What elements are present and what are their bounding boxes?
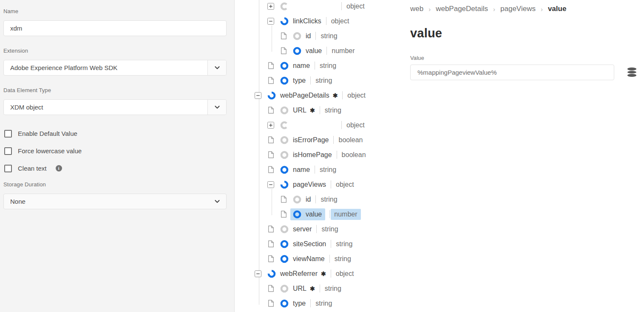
chevron-right-icon: ›: [428, 6, 431, 13]
value-input[interactable]: [410, 65, 614, 80]
data-element-type-select[interactable]: XDM object: [3, 99, 227, 115]
divider: [331, 240, 331, 248]
xdm-schema-tree-panel: objectlinkClicksobjectidstringvaluenumbe…: [235, 0, 410, 312]
field-document-icon: [267, 285, 274, 292]
collapse-icon[interactable]: [267, 181, 274, 188]
field-type: string: [321, 32, 337, 40]
tree-row-webPageDetails[interactable]: webPageDetails✱object: [235, 88, 410, 103]
field-type: object: [331, 17, 349, 25]
tree-row-type[interactable]: typestring: [235, 296, 410, 311]
breadcrumb-link-webPageDetails[interactable]: webPageDetails: [436, 5, 488, 13]
field-type: string: [336, 240, 352, 248]
checkbox-item-force-lowercase-value: Force lowercase value: [4, 146, 234, 155]
divider: [310, 299, 311, 307]
tree-row-isHomePage[interactable]: isHomePageboolean: [235, 147, 410, 162]
storage-duration-selected-value: None: [4, 198, 26, 205]
field-name: pageViews: [293, 181, 326, 188]
value-label: Value: [410, 55, 644, 61]
tree-row[interactable]: object: [235, 0, 410, 14]
breadcrumb-current: value: [548, 5, 566, 13]
divider: [316, 225, 317, 233]
extension-select[interactable]: Adobe Experience Platform Web SDK: [3, 60, 227, 76]
field-type: string: [315, 300, 332, 307]
expand-icon[interactable]: [267, 3, 274, 10]
checkbox-label: Clean text: [18, 165, 47, 172]
collapse-icon[interactable]: [255, 270, 261, 277]
field-type: string: [325, 107, 341, 114]
breadcrumb-link-pageViews[interactable]: pageViews: [500, 5, 536, 13]
name-input[interactable]: [3, 20, 227, 36]
field-document-icon: [267, 107, 274, 114]
extension-field-group: Extension Adobe Experience Platform Web …: [3, 48, 234, 76]
divider: [329, 255, 330, 263]
name-field-group: Name: [3, 8, 234, 36]
field-type: string: [320, 166, 336, 174]
storage-duration-select[interactable]: None: [3, 194, 227, 209]
name-label: Name: [3, 8, 234, 14]
tree-row-viewName[interactable]: viewNamestring: [235, 251, 410, 266]
field-name: isErrorPage: [293, 136, 329, 144]
tree-row-type[interactable]: typestring: [235, 73, 410, 88]
field-type: string: [315, 77, 332, 84]
select-data-element-button[interactable]: [627, 67, 636, 77]
field-name: value: [306, 211, 322, 218]
field-name: name: [293, 62, 310, 70]
field-name: webReferrer: [280, 270, 318, 278]
field-document-icon: [280, 196, 287, 203]
field-name: value: [306, 47, 322, 55]
populated-field-icon: [293, 47, 301, 55]
info-icon[interactable]: i: [56, 165, 62, 171]
field-name: URL: [293, 107, 306, 114]
divider: [315, 166, 315, 174]
tree-row-linkClicks[interactable]: linkClicksobject: [235, 14, 410, 28]
xdm-schema-tree: objectlinkClicksobjectidstringvaluenumbe…: [235, 0, 410, 311]
field-type: object: [336, 181, 354, 188]
data-element-type-label: Data Element Type: [3, 87, 234, 93]
tree-row-id[interactable]: idstring: [235, 28, 410, 43]
checkbox[interactable]: [4, 165, 12, 172]
collapse-icon[interactable]: [267, 18, 274, 25]
breadcrumb-link-web[interactable]: web: [410, 5, 423, 13]
checkbox[interactable]: [4, 130, 12, 138]
collapse-icon[interactable]: [255, 92, 261, 99]
empty-field-icon: [280, 284, 289, 293]
extension-selected-value: Adobe Experience Platform Web SDK: [4, 64, 117, 71]
required-marker: ✱: [310, 107, 315, 114]
field-document-icon: [280, 211, 287, 218]
tree-row-id[interactable]: idstring: [235, 192, 410, 207]
populated-field-icon: [280, 240, 289, 248]
divider: [326, 17, 326, 25]
checkbox-label: Force lowercase value: [18, 147, 82, 155]
checkbox[interactable]: [4, 147, 12, 155]
divider: [326, 47, 327, 55]
empty-field-icon: [293, 32, 301, 40]
tree-row-name[interactable]: namestring: [235, 58, 410, 73]
divider: [341, 121, 342, 129]
required-marker: ✱: [321, 270, 326, 277]
selected-field-highlight: value: [290, 208, 325, 220]
field-document-icon: [267, 300, 274, 307]
field-document-icon: [267, 166, 274, 173]
chevron-right-icon: ›: [493, 6, 495, 13]
field-type: number: [332, 47, 355, 55]
tree-row-isErrorPage[interactable]: isErrorPageboolean: [235, 132, 410, 147]
tree-row[interactable]: object: [235, 118, 410, 132]
field-detail-panel: web›webPageDetails›pageViews›value value…: [410, 0, 644, 312]
tree-row-siteSection[interactable]: siteSectionstring: [235, 236, 410, 251]
field-document-icon: [267, 225, 274, 233]
field-document-icon: [280, 32, 287, 39]
tree-row-name[interactable]: namestring: [235, 162, 410, 177]
chevron-down-icon: [208, 194, 226, 209]
tree-row-URL[interactable]: URL✱string: [235, 103, 410, 118]
expand-icon[interactable]: [267, 122, 274, 129]
tree-row-value[interactable]: valuenumber: [235, 43, 410, 58]
field-name: type: [293, 77, 306, 84]
empty-object-icon: [280, 2, 289, 11]
tree-row-webReferrer[interactable]: webReferrer✱object: [235, 266, 410, 281]
tree-row-pageViews[interactable]: pageViewsobject: [235, 177, 410, 192]
tree-row-value[interactable]: valuenumber: [235, 207, 410, 222]
tree-row-URL[interactable]: URL✱string: [235, 281, 410, 296]
field-name: URL: [293, 285, 306, 292]
tree-row-server[interactable]: serverstring: [235, 222, 410, 236]
populated-field-icon: [280, 62, 289, 70]
